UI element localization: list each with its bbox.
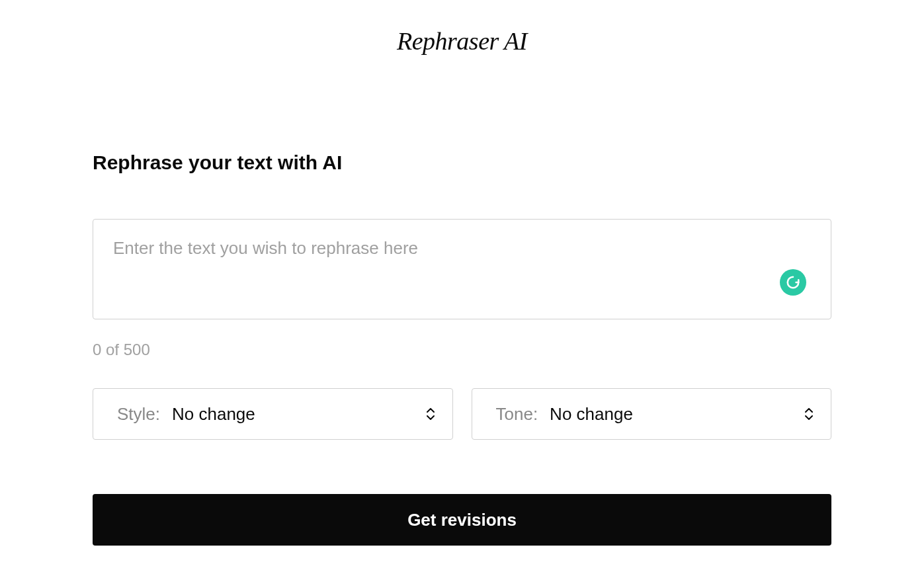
chevron-updown-icon [804,408,814,420]
get-revisions-button[interactable]: Get revisions [93,494,831,546]
chevron-updown-icon [426,408,435,420]
tone-select-label: Tone: [496,404,538,425]
style-select[interactable]: Style: No change [93,388,453,440]
style-select-label: Style: [117,404,160,425]
style-select-value: No change [172,404,255,425]
app-title: Rephraser AI [93,0,831,56]
main-content: Rephrase your text with AI 0 of 500 Styl… [93,151,831,546]
tone-select-value: No change [550,404,633,425]
grammarly-icon[interactable] [780,269,806,296]
tone-select[interactable]: Tone: No change [472,388,832,440]
character-count: 0 of 500 [93,341,831,359]
selects-row: Style: No change Tone: No change [93,388,831,440]
textarea-wrapper [93,219,831,322]
page-heading: Rephrase your text with AI [93,151,831,174]
rephrase-input[interactable] [93,219,831,319]
